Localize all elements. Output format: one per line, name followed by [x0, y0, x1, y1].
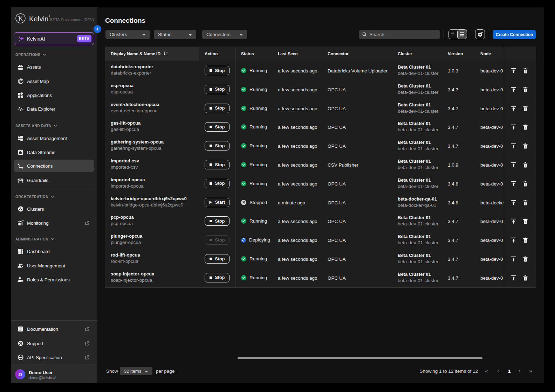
svg-text:K: K [19, 15, 22, 22]
